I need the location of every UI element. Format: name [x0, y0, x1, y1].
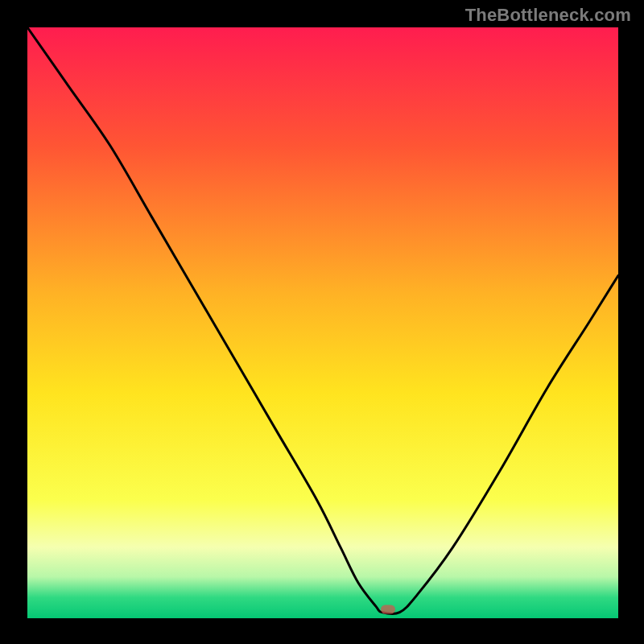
optimal-marker [381, 605, 395, 613]
chart-canvas: TheBottleneck.com [0, 0, 644, 644]
plot-svg [27, 27, 618, 618]
watermark: TheBottleneck.com [465, 5, 631, 26]
gradient-background [27, 27, 618, 618]
plot-area [27, 27, 618, 618]
